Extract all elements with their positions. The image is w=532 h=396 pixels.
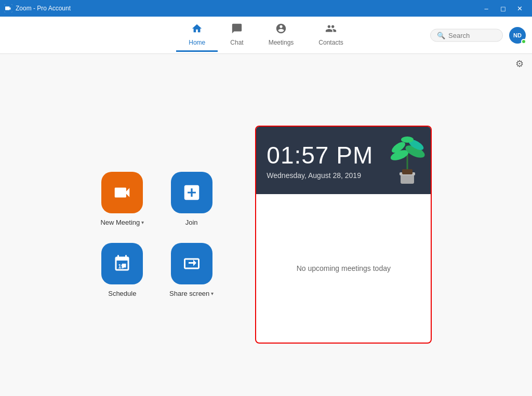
main-content: New Meeting ▾ Join 19	[0, 73, 532, 396]
new-meeting-chevron: ▾	[141, 220, 144, 225]
svg-text:19: 19	[118, 263, 125, 269]
maximize-button[interactable]: ◻	[495, 0, 511, 17]
share-screen-item[interactable]: Share screen ▾	[169, 243, 214, 297]
title-bar-left: Zoom - Pro Account	[4, 4, 71, 12]
tab-meetings[interactable]: Meetings	[256, 19, 307, 52]
search-bar[interactable]: 🔍	[430, 29, 503, 42]
settings-icon[interactable]: ⚙	[515, 58, 524, 73]
share-icon	[182, 254, 201, 273]
action-grid: New Meeting ▾ Join 19	[100, 172, 214, 297]
tab-home-label: Home	[189, 39, 205, 46]
tab-contacts-label: Contacts	[318, 39, 343, 46]
settings-area: ⚙	[0, 54, 532, 73]
tab-home[interactable]: Home	[176, 19, 218, 52]
title-bar: Zoom - Pro Account – ◻ ✕	[0, 0, 532, 17]
schedule-item[interactable]: 19 Schedule	[100, 243, 144, 297]
camera-icon	[112, 183, 132, 202]
schedule-label: Schedule	[108, 290, 136, 297]
plant-decoration	[384, 127, 431, 194]
svg-point-11	[401, 136, 414, 143]
share-screen-label: Share screen ▾	[169, 290, 214, 297]
svg-rect-5	[402, 169, 413, 174]
app-title: Zoom - Pro Account	[16, 5, 71, 12]
chat-icon	[231, 23, 243, 37]
user-avatar[interactable]: ND	[509, 27, 526, 44]
clock-body: No upcoming meetings today	[256, 194, 431, 343]
minimize-button[interactable]: –	[478, 0, 495, 17]
clock-panel: 01:57 PM Wednesday, August 28, 2019 No	[255, 126, 432, 344]
share-screen-chevron: ▾	[211, 291, 214, 296]
home-icon	[191, 23, 203, 37]
nav-bar: Home Chat Meetings C	[0, 17, 532, 54]
tab-contacts[interactable]: Contacts	[306, 19, 355, 52]
online-badge	[521, 39, 526, 44]
avatar-wrapper[interactable]: ND	[509, 27, 526, 44]
avatar-initials: ND	[513, 32, 522, 38]
new-meeting-button[interactable]	[101, 172, 143, 213]
window-controls: – ◻ ✕	[478, 0, 528, 17]
join-label: Join	[185, 219, 198, 226]
clock-header: 01:57 PM Wednesday, August 28, 2019	[256, 127, 431, 194]
share-screen-button[interactable]	[171, 243, 212, 284]
contacts-icon	[325, 23, 337, 37]
tab-chat[interactable]: Chat	[218, 19, 256, 52]
search-input[interactable]	[448, 31, 496, 39]
join-button[interactable]	[171, 172, 212, 213]
tab-meetings-label: Meetings	[269, 39, 294, 46]
new-meeting-label: New Meeting ▾	[100, 219, 144, 226]
join-item[interactable]: Join	[169, 172, 214, 226]
plus-icon	[182, 183, 202, 202]
close-button[interactable]: ✕	[511, 0, 528, 17]
tab-chat-label: Chat	[230, 39, 243, 46]
schedule-button[interactable]: 19	[101, 243, 143, 284]
meetings-icon	[275, 23, 287, 37]
calendar-icon: 19	[113, 254, 131, 273]
app-logo-icon	[4, 4, 12, 12]
no-meetings-text: No upcoming meetings today	[297, 264, 391, 272]
new-meeting-item[interactable]: New Meeting ▾	[100, 172, 144, 226]
search-icon: 🔍	[437, 31, 445, 39]
